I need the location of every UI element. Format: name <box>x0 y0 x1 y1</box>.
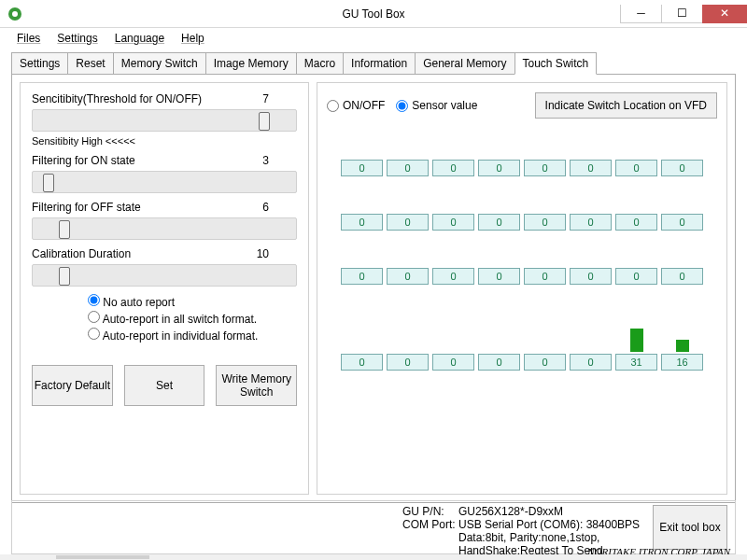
sensor-cell: 0 <box>478 354 520 371</box>
filter-off-label: Filtering for OFF state <box>32 201 141 214</box>
tab-information[interactable]: Information <box>343 52 416 75</box>
filter-on-value: 3 <box>262 154 269 167</box>
sensor-cell: 0 <box>570 268 612 285</box>
sensor-grid: 0000000000000000000000000000003116 <box>327 160 717 371</box>
sensor-cell: 0 <box>524 354 566 371</box>
exit-button[interactable]: Exit tool box <box>653 505 727 550</box>
sensor-cell: 0 <box>524 268 566 285</box>
titlebar: GU Tool Box ─ ☐ ✕ <box>0 0 747 28</box>
window-title: GU Tool Box <box>342 7 404 21</box>
tab-strip: SettingsResetMemory SwitchImage MemoryMa… <box>0 52 747 75</box>
write-memory-switch-button[interactable]: Write Memory Switch <box>216 365 297 406</box>
close-button[interactable]: ✕ <box>702 5 747 23</box>
calibration-label: Calibration Duration <box>32 247 131 260</box>
tab-general-memory[interactable]: General Memory <box>415 52 514 75</box>
sensor-cell: 0 <box>478 160 520 176</box>
radio-no-auto[interactable]: No auto report <box>88 294 297 311</box>
sensor-cell: 0 <box>341 354 383 371</box>
calibration-value: 10 <box>257 247 269 260</box>
radio-sensor-value[interactable]: Sensor value <box>396 99 477 112</box>
sensor-cell: 0 <box>661 268 703 285</box>
right-panel: ON/OFF Sensor value Indicate Switch Loca… <box>317 82 727 495</box>
svg-point-1 <box>12 11 18 17</box>
sensor-cell: 0 <box>661 214 703 231</box>
statusbar-gripper <box>56 555 149 559</box>
sensitivity-value: 7 <box>262 92 269 105</box>
filter-off-slider[interactable] <box>32 217 297 240</box>
app-icon <box>7 7 22 21</box>
sensor-cell: 0 <box>432 160 474 176</box>
radio-all-switch[interactable]: Auto-report in all switch format. <box>88 311 297 328</box>
indicate-vfd-button[interactable]: Indicate Switch Location on VFD <box>535 92 717 119</box>
factory-default-button[interactable]: Factory Default <box>32 365 113 406</box>
sensor-cell: 0 <box>570 354 612 371</box>
tab-touch-switch[interactable]: Touch Switch <box>514 52 598 75</box>
filter-off-value: 6 <box>262 201 269 214</box>
sensor-cell: 31 <box>615 354 657 371</box>
sensor-cell: 0 <box>524 214 566 231</box>
sensitivity-hint: Sensitibity High <<<<< <box>32 135 297 147</box>
filter-on-slider[interactable] <box>32 171 297 193</box>
menubar: Files Settings Language Help <box>0 28 747 49</box>
sensor-cell: 0 <box>478 268 520 285</box>
report-mode-group: No auto report Auto-report in all switch… <box>88 294 297 344</box>
sensor-cell: 0 <box>341 268 383 285</box>
menu-help[interactable]: Help <box>181 32 204 45</box>
sensor-cell: 0 <box>387 354 429 371</box>
sensor-cell: 0 <box>661 160 703 176</box>
sensor-cell: 0 <box>615 214 657 231</box>
sensor-cell: 0 <box>524 160 566 176</box>
sensitivity-slider[interactable] <box>32 109 297 132</box>
menu-language[interactable]: Language <box>115 32 164 45</box>
sensor-cell: 16 <box>661 354 703 371</box>
set-button[interactable]: Set <box>124 365 205 406</box>
sensor-cell: 0 <box>478 214 520 231</box>
radio-individual[interactable]: Auto-report in individual format. <box>88 328 297 344</box>
sensor-cell: 0 <box>341 160 383 176</box>
sensor-cell: 0 <box>387 160 429 176</box>
tab-reset[interactable]: Reset <box>67 52 113 75</box>
tab-memory-switch[interactable]: Memory Switch <box>113 52 206 75</box>
tab-macro[interactable]: Macro <box>296 52 344 75</box>
sensor-cell: 0 <box>570 214 612 231</box>
sensor-cell: 0 <box>387 268 429 285</box>
left-panel: Sencitibity(Threshold for ON/OFF)7 Sensi… <box>20 82 309 495</box>
sensor-cell: 0 <box>432 214 474 231</box>
tab-image-memory[interactable]: Image Memory <box>205 52 297 75</box>
sensor-cell: 0 <box>615 268 657 285</box>
tab-settings[interactable]: Settings <box>11 52 68 75</box>
sensor-cell: 0 <box>387 214 429 231</box>
calibration-slider[interactable] <box>32 264 297 287</box>
radio-onoff[interactable]: ON/OFF <box>327 99 385 112</box>
sensitivity-label: Sencitibity(Threshold for ON/OFF) <box>32 92 202 105</box>
menu-settings[interactable]: Settings <box>57 32 97 45</box>
maximize-button[interactable]: ☐ <box>661 5 703 23</box>
sensor-cell: 0 <box>432 354 474 371</box>
minimize-button[interactable]: ─ <box>620 5 662 23</box>
menu-files[interactable]: Files <box>17 32 40 45</box>
tab-content-touch-switch: Sencitibity(Threshold for ON/OFF)7 Sensi… <box>11 74 736 503</box>
sensor-cell: 0 <box>432 268 474 285</box>
device-info: GU P/N:GU256X128*-D9xxM COM Port:USB Ser… <box>402 505 640 550</box>
sensor-cell: 0 <box>615 160 657 176</box>
sensor-cell: 0 <box>570 160 612 176</box>
filter-on-label: Filtering for ON state <box>32 154 135 167</box>
sensor-cell: 0 <box>341 214 383 231</box>
